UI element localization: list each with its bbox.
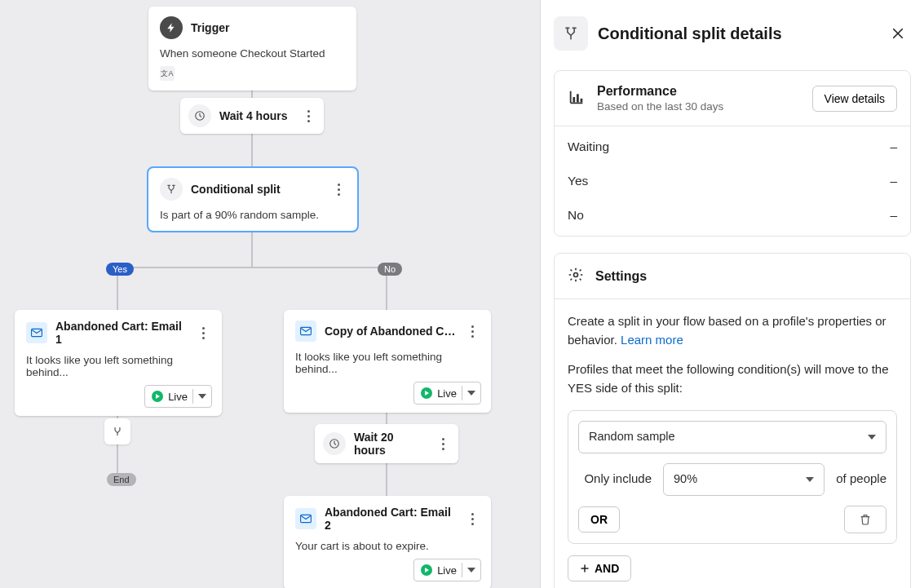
split-icon: [554, 16, 588, 51]
svg-rect-18: [581, 99, 583, 103]
wait-label: Wait 4 hours: [219, 109, 293, 122]
email-desc: It looks like you left something behind.…: [26, 354, 210, 378]
mail-icon: [26, 322, 47, 343]
chevron-down-icon: [467, 568, 475, 573]
wait-node-1[interactable]: Wait 4 hours: [180, 98, 324, 134]
split-desc: Is part of a 90% random sample.: [160, 209, 346, 221]
close-button[interactable]: [885, 20, 911, 46]
panel-title: Conditional split details: [598, 24, 875, 43]
condition-group: Random sample Only include 90% of people…: [568, 410, 897, 544]
chevron-down-icon: [198, 394, 206, 399]
svg-point-19: [574, 273, 578, 277]
mail-icon: [295, 508, 316, 529]
perf-row-waiting: Waiting –: [555, 130, 910, 164]
email-desc: It looks like you left something behind.…: [295, 351, 480, 375]
status-label: Live: [437, 387, 457, 400]
mail-icon: [295, 321, 316, 342]
status-label: Live: [168, 391, 188, 403]
wait-node-2[interactable]: Wait 20 hours: [315, 424, 458, 463]
status-dropdown[interactable]: Live: [413, 559, 481, 581]
wait-label: Wait 20 hours: [354, 431, 427, 457]
performance-subtitle: Based on the last 30 days: [597, 100, 801, 113]
view-details-button[interactable]: View details: [812, 86, 897, 112]
only-include-label: Only include: [578, 470, 652, 489]
perf-row-yes: Yes –: [555, 164, 910, 198]
split-icon: [160, 178, 183, 201]
email-title: Abandoned Cart: Email 2: [325, 506, 457, 532]
performance-box: Performance Based on the last 30 days Vi…: [554, 70, 911, 237]
email-desc: Your cart is about to expire.: [295, 540, 480, 552]
clock-icon: [188, 104, 211, 127]
node-menu-button[interactable]: [301, 104, 316, 127]
email-title: Copy of Abandoned Cart:...: [325, 325, 457, 338]
email-title: Abandoned Cart: Email 1: [55, 320, 188, 346]
settings-intro2: Profiles that meet the following conditi…: [568, 362, 889, 395]
and-button[interactable]: AND: [568, 555, 631, 581]
branch-label-no: No: [378, 263, 402, 276]
trigger-desc: When someone Checkout Started: [160, 47, 345, 60]
svg-rect-16: [573, 97, 575, 102]
chevron-down-icon: [806, 477, 814, 482]
settings-box: Settings Create a split in your flow bas…: [554, 253, 911, 588]
node-menu-button[interactable]: [435, 432, 450, 455]
play-icon: [421, 387, 432, 399]
branch-label-yes: Yes: [106, 263, 134, 276]
chart-icon: [568, 88, 586, 108]
chevron-down-icon: [868, 435, 876, 440]
details-panel: Conditional split details Performance Ba…: [540, 0, 924, 588]
node-menu-button[interactable]: [465, 507, 480, 530]
perf-row-no: No –: [555, 198, 910, 232]
email-node-2[interactable]: Abandoned Cart: Email 2 Your cart is abo…: [284, 496, 491, 588]
chevron-down-icon: [467, 391, 475, 396]
or-button[interactable]: OR: [578, 506, 620, 533]
condition-type-select[interactable]: Random sample: [578, 421, 886, 453]
svg-rect-17: [577, 94, 579, 102]
node-menu-button[interactable]: [196, 321, 210, 344]
bolt-icon: [160, 16, 183, 39]
node-menu-button[interactable]: [331, 178, 346, 201]
learn-more-link[interactable]: Learn more: [621, 333, 683, 347]
status-dropdown[interactable]: Live: [144, 385, 212, 408]
clock-icon: [323, 432, 346, 455]
conditional-split-node[interactable]: Conditional split Is part of a 90% rando…: [148, 168, 357, 231]
of-people-label: of people: [836, 470, 886, 489]
performance-title: Performance: [597, 84, 801, 99]
play-icon: [421, 564, 432, 576]
email-node-1[interactable]: Abandoned Cart: Email 1 It looks like yo…: [15, 310, 222, 416]
flow-canvas[interactable]: Trigger When someone Checkout Started 文A…: [0, 0, 540, 588]
trigger-title: Trigger: [191, 21, 345, 34]
end-label: End: [107, 473, 136, 486]
split-title: Conditional split: [191, 183, 323, 196]
email-node-1b[interactable]: Copy of Abandoned Cart:... It looks like…: [284, 310, 491, 413]
settings-title: Settings: [595, 269, 647, 284]
language-icon: 文A: [160, 66, 175, 81]
status-dropdown[interactable]: Live: [413, 382, 481, 405]
settings-intro: Create a split in your flow based on a p…: [568, 314, 886, 347]
delete-condition-button[interactable]: [844, 506, 886, 533]
play-icon: [152, 391, 163, 402]
gear-icon: [568, 267, 584, 285]
node-menu-button[interactable]: [465, 320, 480, 343]
status-label: Live: [437, 564, 457, 577]
trigger-node[interactable]: Trigger When someone Checkout Started 文A: [148, 7, 356, 91]
mini-split-node[interactable]: [104, 418, 130, 444]
percent-select[interactable]: 90%: [663, 463, 825, 496]
